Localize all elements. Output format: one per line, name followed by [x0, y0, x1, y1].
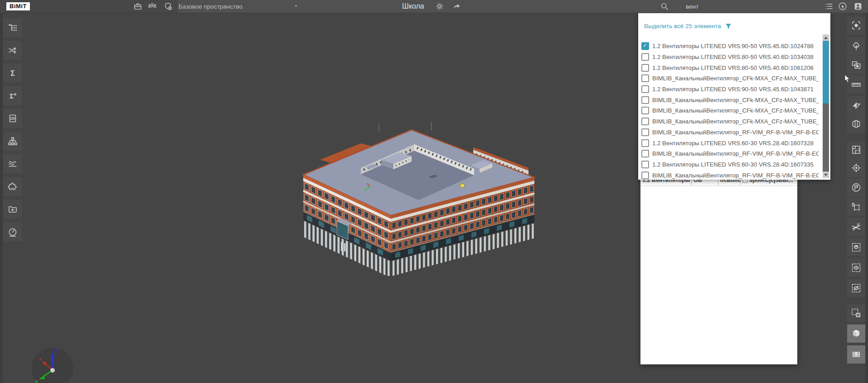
tool-s-selection-button[interactable]: S — [847, 197, 865, 216]
result-item[interactable]: BIMLIB_КанальныйВентилятор_CFk-MXA_CFz-M… — [641, 105, 819, 116]
notifications-button[interactable] — [838, 1, 848, 11]
result-label: BIMLIB_КанальныйВентилятор_RF-VIM_RF-B-V… — [652, 172, 819, 179]
result-item[interactable]: BIMLIB_КанальныйВентилятор_CFk-MXA_CFz-M… — [641, 116, 819, 127]
nav-gizmo[interactable]: Z x Y — [29, 344, 76, 383]
tool-waves-graph-button[interactable] — [3, 154, 22, 173]
list-view-button[interactable] — [824, 1, 834, 11]
result-checkbox[interactable] — [641, 128, 649, 136]
flag-circle-icon — [851, 182, 862, 193]
result-item[interactable]: BIMLIB_КанальныйВентилятор_CFk-MXA_CFz-M… — [641, 73, 819, 84]
tool-gauge-button[interactable] — [3, 222, 22, 241]
result-item[interactable]: 1.2 Вентиляторы LITENED VRS:80-50 VRS.40… — [641, 62, 819, 73]
result-item[interactable]: 1.2 Вентиляторы LITENED VRS:60-30 VRS.28… — [641, 159, 819, 170]
tool-sigma-button[interactable]: Σ — [3, 64, 22, 83]
workspace-selector[interactable]: Базовое пространство — [179, 0, 300, 13]
briefcase-button[interactable] — [133, 1, 143, 11]
result-checkbox[interactable] — [641, 96, 649, 104]
result-item[interactable]: BIMLIB_КанальныйВентилятор_CFk-MXA_CFz-M… — [641, 94, 819, 105]
result-checkbox[interactable] — [641, 74, 649, 82]
tool-axes-cross-button[interactable]: 12 — [847, 218, 865, 236]
result-item[interactable]: BIMLIB_КанальныйВентилятор_RF-VIM_RF-B-V… — [641, 127, 819, 138]
floorplan-icon — [851, 144, 862, 155]
result-item[interactable]: 1.2 Вентиляторы LITENED VRS:90-50 VRS.45… — [641, 84, 819, 95]
eye-off-icon — [851, 283, 862, 294]
tree-foliage-icon — [851, 41, 862, 52]
result-label: 1.2 Вентиляторы LITENED VRS:80-50 VRS.40… — [652, 64, 814, 71]
right-rail — [865, 13, 868, 383]
result-checkbox[interactable] — [641, 42, 649, 50]
result-checkbox[interactable] — [641, 161, 649, 168]
result-checkbox[interactable] — [641, 172, 649, 179]
share-icon — [452, 1, 462, 11]
scroll-up-button[interactable] — [823, 34, 829, 41]
sigma-plus-icon: Σ — [7, 90, 18, 101]
tool-tree-foliage-button[interactable] — [847, 37, 865, 55]
shield-button[interactable] — [163, 1, 173, 11]
result-item[interactable]: 1.2 Вентиляторы LITENED VRS:80-50 VRS.40… — [641, 52, 819, 63]
result-label: BIMLIB_КанальныйВентилятор_CFk-MXA_CFz-M… — [652, 97, 819, 103]
tool-puzzle-button[interactable] — [3, 177, 22, 196]
tool-show-button[interactable] — [847, 259, 865, 277]
shield-icon — [163, 1, 173, 11]
team-button[interactable] — [147, 1, 157, 11]
tool-org-chart-button[interactable] — [3, 132, 22, 151]
result-label: BIMLIB_КанальныйВентилятор_CFk-MXA_CFz-M… — [652, 107, 819, 114]
gizmo-x-label: x — [39, 357, 41, 361]
tool-folder-export-button[interactable] — [3, 200, 22, 219]
scroll-thumb[interactable] — [823, 41, 829, 103]
svg-text:Σ: Σ — [10, 69, 15, 77]
svg-text:2: 2 — [857, 222, 858, 225]
account-button[interactable] — [853, 1, 863, 11]
tool-flash-flip-button[interactable] — [847, 96, 865, 114]
result-checkbox[interactable] — [641, 85, 649, 93]
result-item[interactable]: BIMLIB_КанальныйВентилятор_RF-VIM_RF-B-V… — [641, 148, 819, 159]
tool-sigma-plus-button[interactable]: Σ — [3, 86, 22, 105]
result-item[interactable]: 1.2 Вентиляторы LITENED VRS:90-50 VRS.45… — [641, 41, 819, 52]
tool-focus-hex-button[interactable] — [847, 16, 865, 34]
tool-target-button[interactable] — [847, 159, 865, 177]
app-logo[interactable]: BiMiT — [6, 2, 30, 10]
search-results-dropdown: Выделить всё 25 элемента 1.2 Вентиляторы… — [638, 13, 830, 180]
tool-tree-structure-button[interactable] — [3, 18, 22, 37]
tool-hide-button[interactable] — [847, 279, 865, 297]
result-label: BIMLIB_КанальныйВентилятор_CFk-MXA_CFz-M… — [652, 118, 819, 125]
s-selection-icon: S — [851, 201, 862, 212]
tool-cube-dashed-button[interactable] — [847, 238, 865, 256]
result-item[interactable]: BIMLIB_КанальныйВентилятор_RF-VIM_RF-B-V… — [641, 170, 819, 180]
results-list: 1.2 Вентиляторы LITENED VRS:90-50 VRS.45… — [641, 41, 819, 180]
search-input[interactable]: вент — [686, 0, 698, 13]
scroll-down-button[interactable] — [823, 172, 829, 178]
tool-orbit-button[interactable] — [847, 345, 865, 363]
tool-flag-circle-button[interactable] — [847, 178, 865, 196]
tool-2d-view-button[interactable]: 2D — [3, 109, 22, 128]
mouse-cursor — [844, 74, 851, 83]
settings-button[interactable] — [435, 1, 445, 11]
filter-icon[interactable] — [725, 23, 732, 29]
focus-hex-icon — [851, 20, 862, 31]
shuffle-icon — [7, 45, 18, 56]
tool-select-similar-button[interactable] — [847, 56, 865, 74]
result-checkbox[interactable] — [641, 118, 649, 125]
select-all-link[interactable]: Выделить всё 25 элемента — [644, 23, 732, 29]
result-checkbox[interactable] — [641, 64, 649, 72]
waves-graph-icon — [7, 158, 18, 169]
tool-shuffle-button[interactable] — [3, 41, 22, 60]
result-checkbox[interactable] — [641, 139, 649, 147]
result-checkbox[interactable] — [641, 150, 649, 157]
building-model — [293, 122, 547, 276]
tool-cube-solid-button[interactable] — [847, 324, 865, 343]
result-checkbox[interactable] — [641, 53, 649, 61]
search-button[interactable] — [659, 1, 669, 11]
svg-text:Σ: Σ — [10, 92, 14, 100]
share-button[interactable] — [452, 1, 462, 11]
cube-solid-icon — [851, 328, 862, 339]
result-checkbox[interactable] — [641, 107, 649, 114]
tool-cube-section-button[interactable] — [847, 115, 865, 133]
result-label: BIMLIB_КанальныйВентилятор_RF-VIM_RF-B-V… — [652, 150, 819, 157]
cube-dashed-icon — [851, 242, 862, 253]
tree-structure-icon — [7, 22, 18, 33]
results-scrollbar[interactable] — [823, 34, 829, 178]
tool-floorplan-button[interactable] — [847, 141, 865, 159]
tool-clear-selection-button[interactable] — [847, 304, 865, 322]
result-item[interactable]: 1.2 Вентиляторы LITENED VRS:60-30 VRS.28… — [641, 137, 819, 148]
